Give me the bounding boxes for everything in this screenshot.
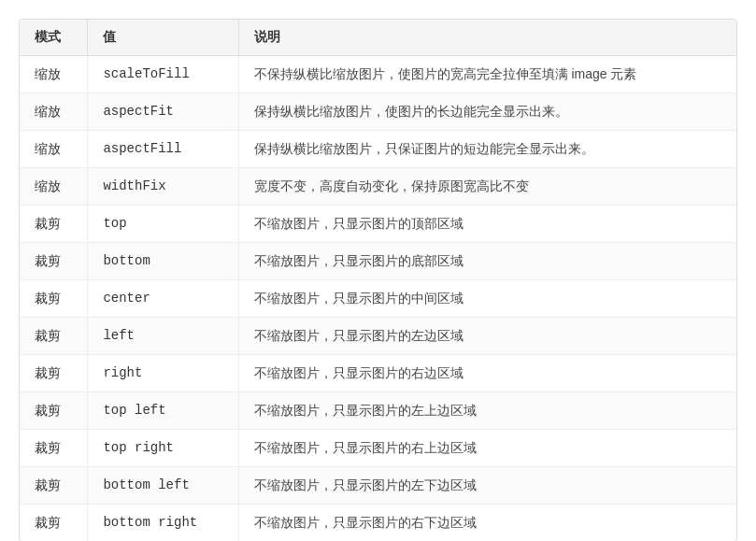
table-row: 缩放scaleToFill不保持纵横比缩放图片，使图片的宽高完全拉伸至填满 im… <box>20 56 736 93</box>
table-row: 裁剪left不缩放图片，只显示图片的左边区域 <box>20 318 736 355</box>
cell-description: 宽度不变，高度自动变化，保持原图宽高比不变 <box>238 168 736 206</box>
table-row: 裁剪top right不缩放图片，只显示图片的右上边区域 <box>20 430 736 467</box>
table-row: 裁剪bottom不缩放图片，只显示图片的底部区域 <box>20 243 736 280</box>
cell-value: bottom left <box>88 467 238 505</box>
cell-mode: 裁剪 <box>20 355 88 392</box>
cell-description: 不保持纵横比缩放图片，使图片的宽高完全拉伸至填满 image 元素 <box>238 56 736 93</box>
cell-mode: 裁剪 <box>20 243 88 280</box>
cell-description: 不缩放图片，只显示图片的底部区域 <box>238 243 736 280</box>
table-row: 裁剪bottom left不缩放图片，只显示图片的左下边区域 <box>20 467 736 505</box>
cell-value: scaleToFill <box>88 56 238 93</box>
cell-value: left <box>88 318 238 355</box>
cell-description: 不缩放图片，只显示图片的右边区域 <box>238 355 736 392</box>
cell-mode: 缩放 <box>20 131 88 168</box>
cell-mode: 裁剪 <box>20 280 88 318</box>
table-row: 裁剪top不缩放图片，只显示图片的顶部区域 <box>20 206 736 243</box>
cell-value: widthFix <box>88 168 238 206</box>
table-row: 裁剪bottom right不缩放图片，只显示图片的右下边区域 <box>20 505 736 542</box>
cell-mode: 裁剪 <box>20 318 88 355</box>
cell-mode: 裁剪 <box>20 392 88 430</box>
cell-value: bottom <box>88 243 238 280</box>
cell-mode: 裁剪 <box>20 505 88 542</box>
cell-mode: 缩放 <box>20 168 88 206</box>
cell-value: center <box>88 280 238 318</box>
table-row: 缩放aspectFill保持纵横比缩放图片，只保证图片的短边能完全显示出来。 <box>20 131 736 168</box>
cell-value: aspectFill <box>88 131 238 168</box>
table-row: 缩放aspectFit保持纵横比缩放图片，使图片的长边能完全显示出来。 <box>20 93 736 131</box>
cell-description: 不缩放图片，只显示图片的右下边区域 <box>238 505 736 542</box>
cell-description: 保持纵横比缩放图片，使图片的长边能完全显示出来。 <box>238 93 736 131</box>
cell-mode: 缩放 <box>20 56 88 93</box>
cell-mode: 裁剪 <box>20 467 88 505</box>
table-row: 裁剪right不缩放图片，只显示图片的右边区域 <box>20 355 736 392</box>
cell-mode: 裁剪 <box>20 430 88 467</box>
cell-description: 不缩放图片，只显示图片的左下边区域 <box>238 467 736 505</box>
image-mode-table: 模式 值 说明 缩放scaleToFill不保持纵横比缩放图片，使图片的宽高完全… <box>19 19 737 541</box>
cell-description: 不缩放图片，只显示图片的右上边区域 <box>238 430 736 467</box>
cell-mode: 裁剪 <box>20 206 88 243</box>
table-header-row: 模式 值 说明 <box>20 20 736 56</box>
cell-value: top right <box>88 430 238 467</box>
cell-description: 不缩放图片，只显示图片的左上边区域 <box>238 392 736 430</box>
cell-value: aspectFit <box>88 93 238 131</box>
header-value: 值 <box>88 20 238 56</box>
table-row: 裁剪center不缩放图片，只显示图片的中间区域 <box>20 280 736 318</box>
table-row: 缩放widthFix宽度不变，高度自动变化，保持原图宽高比不变 <box>20 168 736 206</box>
cell-value: bottom right <box>88 505 238 542</box>
cell-description: 不缩放图片，只显示图片的左边区域 <box>238 318 736 355</box>
cell-description: 不缩放图片，只显示图片的中间区域 <box>238 280 736 318</box>
cell-description: 不缩放图片，只显示图片的顶部区域 <box>238 206 736 243</box>
table-row: 裁剪top left不缩放图片，只显示图片的左上边区域 <box>20 392 736 430</box>
cell-description: 保持纵横比缩放图片，只保证图片的短边能完全显示出来。 <box>238 131 736 168</box>
cell-value: top <box>88 206 238 243</box>
cell-value: top left <box>88 392 238 430</box>
header-description: 说明 <box>238 20 736 56</box>
cell-value: right <box>88 355 238 392</box>
cell-mode: 缩放 <box>20 93 88 131</box>
header-mode: 模式 <box>20 20 88 56</box>
